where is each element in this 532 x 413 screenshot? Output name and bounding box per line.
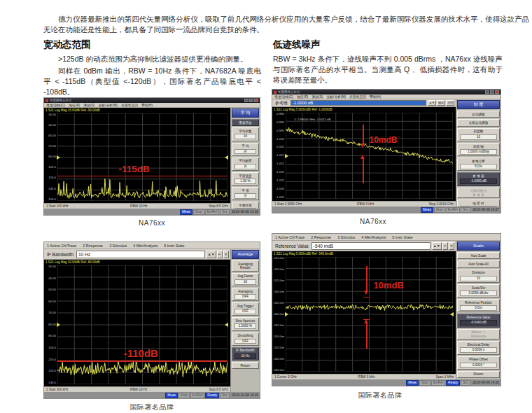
menu-item[interactable]: 5 Instr State xyxy=(392,235,412,239)
menu-item[interactable]: 光标/分析(M) xyxy=(98,103,118,107)
softkey-button[interactable]: Phase Offset0.0000 ° xyxy=(457,356,500,370)
maximize-button[interactable] xyxy=(249,99,253,102)
softkey-button[interactable]: Return xyxy=(457,371,500,378)
menu-item[interactable]: 光标/分析(M) xyxy=(326,94,346,99)
menu-item[interactable]: 响应(R) xyxy=(297,94,308,99)
softkey-button[interactable]: AveragingOFF xyxy=(232,288,259,301)
entry-control-button[interactable]: ↵ xyxy=(442,242,448,250)
menu-item[interactable]: 响应(R) xyxy=(69,103,80,107)
menu-item[interactable]: 3 Stimulus xyxy=(109,244,127,248)
softkey-button[interactable]: SmoothingOFF xyxy=(232,332,259,346)
softkey-button[interactable]: Reference Position5 Div xyxy=(457,299,500,312)
menu-item[interactable]: 1 Active Ch/Trace xyxy=(275,235,304,239)
menu-item[interactable]: 通道/迹线(C) xyxy=(46,103,65,107)
menu-item[interactable]: 4 Mkr/Analysis xyxy=(133,244,158,248)
softkey-button[interactable]: Electrical Delay0.0000 s xyxy=(457,341,500,354)
menu-item[interactable]: 激励(S) xyxy=(83,103,94,107)
softkey-button[interactable]: 电 延 时0.0000 s xyxy=(457,200,500,206)
softkey-button[interactable]: Auto Scale xyxy=(457,252,500,259)
entry-control-button[interactable]: ↵ xyxy=(217,251,223,258)
entry-label: IF Bandwidth xyxy=(46,252,75,257)
softkey-button[interactable]: 平滑宽度1.50 % xyxy=(232,172,259,186)
y-axis-label: -90.00 xyxy=(48,155,56,158)
menu-item[interactable]: 1 Active Ch/Trace xyxy=(47,244,76,248)
entry-toolbar: 参考值 -1.0000 dB ▲▼确定关闭 xyxy=(272,99,456,107)
softkey-button[interactable]: 光标读数为参 考 值 xyxy=(457,188,500,199)
caption-intl-brand-left: 国际著名品牌 xyxy=(43,402,260,412)
plot-area: 1 S21 Log Mag 10.00dB/ Ref -80.00dB -30.… xyxy=(44,260,230,386)
y-axis-label: -565.0m xyxy=(273,369,284,372)
status-badge: Svc xyxy=(461,207,470,213)
heading-trace-noise: 低迹线噪声 xyxy=(273,38,321,51)
annotation-label: -110dB xyxy=(124,347,158,359)
softkey-button[interactable]: AveragingRestart xyxy=(232,260,259,272)
sweep-ifbw: IFBW 3 kHz xyxy=(357,202,374,206)
graticule: -115dB xyxy=(57,113,227,201)
softkey-button[interactable]: 自动调整 xyxy=(457,111,500,118)
menu-item[interactable]: 5 Instr State xyxy=(164,244,184,248)
menu-item[interactable]: 仪器状态(I) xyxy=(121,103,138,107)
sweep-status-bar: 1 Center 3 GHz IFBW 3 kHz Span 1 MHz xyxy=(272,374,456,379)
entry-control-button[interactable]: ✕ xyxy=(449,242,454,250)
softkey-button[interactable]: Scale/Div0.0050 dB/div xyxy=(457,284,500,298)
softkey-button[interactable]: 参考位置5 Div xyxy=(457,158,500,171)
softkey-button[interactable]: 刻度/格1.0000 mdB/格 xyxy=(457,143,500,156)
instrument-status-bar: MeasStopExtRefReadySvc 2016-10-08 16:29 xyxy=(44,392,260,398)
softkey-button[interactable]: Smo Aperture1.5000 % xyxy=(232,317,259,330)
softkey-button[interactable]: 全部自动调整 xyxy=(457,119,500,126)
maximize-button[interactable] xyxy=(490,90,494,94)
menu-item[interactable]: 帮助(H) xyxy=(141,103,153,107)
clock: 2016-08-08 13:18 xyxy=(232,210,258,214)
sweep-start: 1 Start 2.9990 GHz xyxy=(274,202,302,206)
softkey-button[interactable]: 参 考 值-1.0000 dB xyxy=(457,172,500,186)
y-axis-label: -60.00 xyxy=(48,300,56,303)
reference-marker-left xyxy=(285,154,288,158)
softkey-button[interactable]: Avg TriggerOFF xyxy=(232,302,259,316)
softkey-button[interactable]: 平均次数16 xyxy=(232,127,259,141)
close-button[interactable] xyxy=(495,90,499,94)
softkey-button[interactable]: Reference Value-0.5400 dB xyxy=(457,314,500,327)
reference-value-input[interactable]: -1.0000 dB xyxy=(290,100,426,106)
minimize-button[interactable] xyxy=(485,90,489,94)
sweep-ifbw: IFBW 3 kHz xyxy=(358,375,375,379)
softkey-button[interactable]: 平 均开 xyxy=(232,143,259,156)
menu-item[interactable]: 3 Stimulus xyxy=(337,235,355,239)
trace-info: 1 S21 Log Mag 10.00dB/ Ref -80.00dB xyxy=(46,260,229,265)
softkey-button[interactable]: 平 滑关 xyxy=(232,187,259,200)
dimension-arrow-lower xyxy=(363,159,364,183)
if-bandwidth-input[interactable]: 10 Hz xyxy=(76,251,205,258)
softkey-button[interactable]: 刻度数10 xyxy=(457,128,500,141)
softkey-button[interactable]: Marker ->Reference xyxy=(457,329,500,340)
entry-control-button[interactable]: ✕ xyxy=(223,251,229,258)
entry-control-button[interactable]: ▲▼ xyxy=(206,251,216,258)
menu-item[interactable]: 4 Mkr/Analysis xyxy=(361,235,386,239)
sweep-status-bar: 1 Start 2.9990 GHz IFBW 3 kHz Stop 3.001… xyxy=(272,201,456,206)
menu-item[interactable]: 通道/迹线(C) xyxy=(274,94,293,99)
minimize-button[interactable] xyxy=(244,99,248,102)
softkey-button[interactable]: Avg Factor16 xyxy=(232,273,259,286)
y-axis-labels: -0.985-0.990-0.995-1.000-1.005-1.010-1.0… xyxy=(272,113,284,199)
menu-item[interactable]: 2 Response xyxy=(83,244,103,248)
menu-item[interactable]: 仪器状态(I) xyxy=(349,94,366,99)
entry-control-button[interactable]: 确定 xyxy=(437,100,445,106)
y-axis-labels: -30.00-45.00-60.00-75.00-90.00-105.0-120… xyxy=(44,113,56,201)
dimension-arrow-upper xyxy=(366,266,368,290)
entry-control-button[interactable]: ▲▼ xyxy=(428,100,436,106)
close-button[interactable] xyxy=(254,99,258,102)
softkey-button[interactable]: Divisions10 xyxy=(457,270,500,283)
menu-item[interactable]: 帮助(H) xyxy=(370,94,381,99)
graticule: -110dB xyxy=(57,265,227,384)
softkey-button[interactable]: 中频带宽10 Hz xyxy=(232,202,259,209)
sweep-status-bar: 1 Start 100 kHz IFBW 10 Hz Stop 8.5 GHz xyxy=(44,203,230,209)
softkey-button[interactable]: Auto Scale All xyxy=(457,260,500,267)
softkey-button[interactable]: 重新开始 xyxy=(232,119,259,126)
softkey-button[interactable]: IF Bandwidth10 Hz xyxy=(232,347,259,360)
entry-control-button[interactable]: 关闭 xyxy=(446,100,454,106)
softkey-button[interactable]: 平均触发关 xyxy=(232,158,259,171)
entry-control-button[interactable]: ▲▼ xyxy=(432,242,442,250)
softkey-button[interactable]: Return xyxy=(232,362,259,369)
menu-item[interactable]: 2 Response xyxy=(311,235,331,239)
menu-item[interactable]: 激励(S) xyxy=(312,94,323,99)
reference-value-input[interactable]: -540 mdB xyxy=(312,242,430,250)
clock: 2016-10-08 16:29 xyxy=(232,393,258,397)
